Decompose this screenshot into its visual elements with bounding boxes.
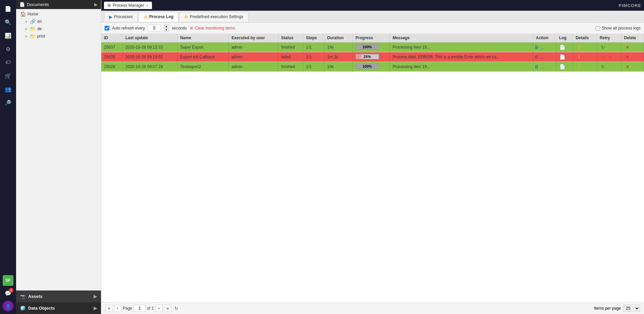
cell-message: Processing item 19...: [390, 42, 533, 52]
cell-action[interactable]: 🖥 ...: [533, 62, 556, 72]
cell-details[interactable]: ℹ: [573, 42, 597, 52]
assets-arrow[interactable]: ▶: [94, 294, 97, 299]
retry-icon[interactable]: ↻: [600, 63, 606, 70]
delete-icon[interactable]: ✕: [624, 63, 631, 70]
pagination-refresh-btn[interactable]: ↻: [173, 305, 180, 312]
cell-details[interactable]: ℹ: [573, 62, 597, 72]
tags-icon[interactable]: 🏷: [2, 56, 14, 68]
items-per-page-select[interactable]: 10 25 50 100: [623, 305, 640, 312]
show-all-container: Show all process logs: [596, 26, 641, 30]
search2-icon[interactable]: 🔎: [2, 97, 14, 109]
cell-log[interactable]: 📄: [556, 52, 573, 62]
tab-predefined-settings[interactable]: ⚙ Predefined execution Settings: [179, 12, 248, 21]
details-icon[interactable]: ℹ: [576, 63, 582, 70]
clear-monitoring-btn[interactable]: ✕ Clear monitoring items: [190, 25, 235, 31]
tab-processes[interactable]: ▶ Processes: [104, 12, 138, 21]
action-icon[interactable]: 🖥 ...: [536, 44, 543, 51]
details-icon[interactable]: ℹ: [576, 54, 582, 60]
search-icon[interactable]: 🔍: [2, 16, 14, 28]
show-all-checkbox[interactable]: [596, 26, 600, 30]
retry-icon[interactable]: ↻: [600, 44, 606, 51]
spinner-up[interactable]: ▲: [164, 24, 169, 28]
folder-icon-print: 📁: [30, 34, 36, 39]
add-de-icon[interactable]: +: [25, 26, 28, 32]
clear-monitoring-label: Clear monitoring items: [195, 26, 235, 30]
prev-page-btn[interactable]: ‹: [114, 305, 121, 312]
refresh-interval-spinner[interactable]: ▲ ▼: [164, 24, 169, 32]
process-manager-tab-close[interactable]: ×: [147, 4, 149, 7]
cell-progress: 25%: [353, 52, 390, 62]
cell-status: finished: [278, 42, 303, 52]
top-bar: ⚙ Process Manager × PIMCORE: [101, 0, 644, 11]
users-icon[interactable]: 👥: [2, 83, 14, 95]
col-last-update: Last update: [122, 34, 177, 42]
table-row: 25037 2020-10-28 09:12:33 Super Export a…: [101, 42, 644, 52]
cell-delete[interactable]: ✕: [621, 62, 644, 72]
page-input[interactable]: [133, 305, 146, 312]
col-details: Details: [573, 34, 597, 42]
tab-process-log[interactable]: ⚠ Process Log: [139, 12, 178, 22]
page-label: Page: [123, 306, 132, 311]
delete-icon[interactable]: ✕: [624, 44, 631, 51]
add-print-icon[interactable]: +: [25, 34, 28, 39]
cell-message: Processing item 19...: [390, 62, 533, 72]
col-duration: Duration: [324, 34, 353, 42]
cell-details[interactable]: ℹ: [573, 52, 597, 62]
add-en-icon[interactable]: +: [25, 19, 28, 24]
col-steps: Steps: [303, 34, 324, 42]
cell-delete[interactable]: ✕: [621, 42, 644, 52]
tree-item-de[interactable]: + 📁 de: [16, 25, 101, 33]
last-page-btn[interactable]: »: [164, 305, 171, 312]
cell-log[interactable]: 📄: [556, 42, 573, 52]
tree-item-print[interactable]: + 📁 print: [16, 33, 101, 40]
data-objects-arrow[interactable]: ▶: [94, 306, 97, 311]
first-page-btn[interactable]: «: [105, 305, 113, 312]
data-objects-panel[interactable]: 🧊 Data Objects ▶: [16, 302, 101, 314]
file-tree-arrow[interactable]: ▶: [94, 2, 98, 7]
chat-icon[interactable]: 💬 4: [2, 287, 14, 299]
assets-panel[interactable]: 📷 Assets ▶: [16, 291, 101, 302]
process-manager-tab-icon: ⚙: [107, 3, 111, 8]
file-tree-panel: 📄 Documents ▶ 🏠 Home + 🔗 en + 📁 de + 📁 p…: [16, 0, 101, 314]
cell-retry[interactable]: ↻: [597, 42, 621, 52]
details-icon[interactable]: ℹ: [576, 44, 582, 51]
toolbar: Auto refresh every ▲ ▼ seconds ✕ Clear m…: [101, 23, 644, 34]
cell-action[interactable]: ⚙ ...: [533, 52, 556, 62]
log-icon[interactable]: 📄: [559, 54, 566, 60]
auto-refresh-checkbox[interactable]: [105, 26, 109, 30]
cell-retry[interactable]: ↻: [597, 62, 621, 72]
tree-item-home[interactable]: 🏠 Home: [16, 10, 101, 18]
ecommerce-icon[interactable]: 🛒: [2, 70, 14, 82]
tab-process-manager[interactable]: ⚙ Process Manager ×: [104, 2, 152, 9]
next-page-btn[interactable]: ›: [155, 305, 163, 312]
cell-executed-by: admin: [229, 62, 278, 72]
seconds-label: seconds: [172, 26, 187, 30]
delete-icon[interactable]: ✕: [624, 54, 631, 60]
log-icon[interactable]: 📄: [559, 63, 566, 70]
analytics-icon[interactable]: 📊: [2, 29, 14, 42]
spinner-down[interactable]: ▼: [164, 28, 169, 32]
retry-icon[interactable]: ↻: [600, 54, 606, 60]
cell-log[interactable]: 📄: [556, 62, 573, 72]
cell-status: finished: [278, 62, 303, 72]
action-icon[interactable]: ⚙ ...: [536, 54, 543, 60]
cell-delete[interactable]: ✕: [621, 52, 644, 62]
cell-last-update: 2020-10-28 09:07:28: [122, 62, 177, 72]
cell-retry[interactable]: ↻→: [597, 52, 621, 62]
documents-icon[interactable]: 📄: [2, 3, 14, 15]
process-manager-tab-label: Process Manager: [113, 3, 144, 8]
cell-name: Super Export: [177, 42, 229, 52]
stop-retry-icon[interactable]: →: [606, 54, 613, 60]
cell-duration: 1m 2s: [324, 52, 353, 62]
cell-last-update: 2020-10-28 09:13:02: [122, 52, 177, 62]
cell-action[interactable]: 🖥 ...: [533, 42, 556, 52]
cell-message: Process died. ERROR: This is a terrible …: [390, 52, 533, 62]
tree-item-en[interactable]: + 🔗 en: [16, 18, 101, 25]
refresh-interval-input[interactable]: [148, 24, 161, 32]
settings-icon[interactable]: ⚙: [2, 43, 14, 55]
log-icon[interactable]: 📄: [559, 44, 566, 51]
sf-icon[interactable]: SF: [3, 275, 13, 286]
action-icon[interactable]: 🖥 ...: [536, 63, 543, 70]
user-icon[interactable]: 👤: [3, 301, 13, 311]
file-icon: 📄: [19, 2, 25, 7]
